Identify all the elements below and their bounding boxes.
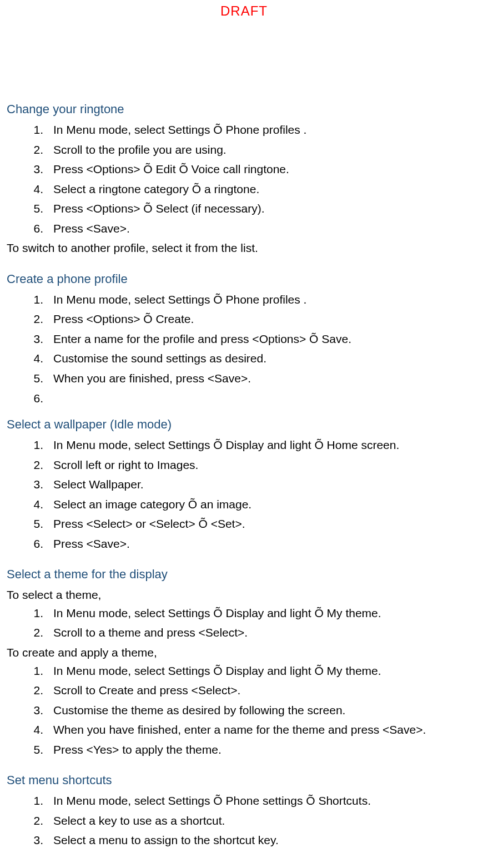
- draft-watermark: DRAFT: [0, 0, 488, 19]
- list-item: 2.Scroll to a theme and press <Select>.: [7, 624, 481, 642]
- list-item: 1.In Menu mode, select Settings Õ Phone …: [7, 121, 481, 139]
- list-item-text: In Menu mode, select Settings Õ Display …: [53, 438, 399, 451]
- paragraph-switch-profile: To switch to another profile, select it …: [7, 239, 481, 258]
- list-item: 5.Press <Yes> to apply the theme.: [7, 741, 481, 759]
- list-item: 4.When you have finished, enter a name f…: [7, 721, 481, 739]
- document-body: Change your ringtone 1.In Menu mode, sel…: [0, 19, 488, 868]
- list-item: 4.Select an image category Õ an image.: [7, 496, 481, 514]
- list-item: 6.Press <Save>.: [7, 220, 481, 238]
- list-item-text: Select a menu to assign to the shortcut …: [53, 834, 279, 846]
- list-item-text: When you have finished, enter a name for…: [53, 723, 426, 736]
- list-item: 2.Press <Options> Õ Create.: [7, 310, 481, 329]
- list-item-text: In Menu mode, select Settings Õ Phone pr…: [53, 123, 306, 136]
- list-item-text: Select a ringtone category Õ a ringtone.: [53, 183, 259, 195]
- paragraph-select-theme-intro-b: To create and apply a theme,: [7, 644, 481, 662]
- list-item: 2.Scroll left or right to Images.: [7, 456, 481, 475]
- list-item-text: Press <Options> Õ Edit Õ Voice call ring…: [53, 163, 289, 175]
- list-item: 1.In Menu mode, select Settings Õ Phone …: [7, 792, 481, 810]
- list-item-text: Customise the theme as desired by follow…: [53, 704, 345, 716]
- list-item-text: Press <Save>.: [53, 222, 130, 235]
- list-item-text: Press <Select> or <Select> Õ <Set>.: [53, 517, 245, 530]
- list-item-text: When you are finished, press <Save>.: [53, 372, 251, 385]
- list-item: 1.In Menu mode, select Settings Õ Phone …: [7, 291, 481, 309]
- list-item: 1.In Menu mode, select Settings Õ Displa…: [7, 662, 481, 680]
- list-set-shortcuts: 1.In Menu mode, select Settings Õ Phone …: [7, 792, 481, 850]
- list-item: 5.Press <Options> Õ Select (if necessary…: [7, 200, 481, 218]
- heading-select-theme: Select a theme for the display: [7, 567, 481, 582]
- list-item: 2.Scroll to Create and press <Select>.: [7, 682, 481, 700]
- list-item: 5.When you are finished, press <Save>.: [7, 370, 481, 388]
- list-item: 2.Scroll to the profile you are using.: [7, 141, 481, 159]
- heading-change-ringtone: Change your ringtone: [7, 102, 481, 117]
- list-item-text: Enter a name for the profile and press <…: [53, 332, 351, 345]
- list-item: 1.In Menu mode, select Settings Õ Displa…: [7, 436, 481, 455]
- list-item: 6.Press <Save>.: [7, 535, 481, 553]
- list-item: 3.Select Wallpaper.: [7, 476, 481, 494]
- list-item: 3.Enter a name for the profile and press…: [7, 330, 481, 349]
- list-item-text: Customise the sound settings as desired.: [53, 352, 266, 365]
- list-select-wallpaper: 1.In Menu mode, select Settings Õ Displa…: [7, 436, 481, 553]
- list-item-text: Select an image category Õ an image.: [53, 498, 251, 511]
- list-select-theme-b: 1.In Menu mode, select Settings Õ Displa…: [7, 662, 481, 759]
- list-item-text: Scroll to Create and press <Select>.: [53, 684, 240, 697]
- list-item-text: Scroll left or right to Images.: [53, 458, 198, 471]
- list-item-text: In Menu mode, select Settings Õ Phone pr…: [53, 293, 306, 306]
- list-item: 2.Select a key to use as a shortcut.: [7, 812, 481, 830]
- list-item-text: Select a key to use as a shortcut.: [53, 814, 225, 827]
- list-item: 5.Press <Select> or <Select> Õ <Set>.: [7, 515, 481, 533]
- list-item-text: Press <Options> Õ Create.: [53, 312, 194, 325]
- heading-create-profile: Create a phone profile: [7, 272, 481, 286]
- list-change-ringtone: 1.In Menu mode, select Settings Õ Phone …: [7, 121, 481, 238]
- list-item: 1.In Menu mode, select Settings Õ Displa…: [7, 604, 481, 623]
- list-item: 4.Select a ringtone category Õ a rington…: [7, 180, 481, 199]
- heading-select-wallpaper: Select a wallpaper (Idle mode): [7, 417, 481, 432]
- list-item: 3.Select a menu to assign to the shortcu…: [7, 831, 481, 850]
- list-item-text: Press <Save>.: [53, 537, 130, 550]
- list-item-text: Press <Yes> to apply the theme.: [53, 743, 222, 756]
- list-item: 6.: [7, 390, 481, 408]
- list-item: 4.Customise the sound settings as desire…: [7, 350, 481, 368]
- list-item-text: Scroll to a theme and press <Select>.: [53, 626, 248, 639]
- list-create-profile: 1.In Menu mode, select Settings Õ Phone …: [7, 291, 481, 407]
- list-item-text: In Menu mode, select Settings Õ Display …: [53, 607, 381, 619]
- list-select-theme-a: 1.In Menu mode, select Settings Õ Displa…: [7, 604, 481, 642]
- list-item-text: Scroll to the profile you are using.: [53, 143, 227, 156]
- paragraph-select-theme-intro-a: To select a theme,: [7, 586, 481, 604]
- heading-set-shortcuts: Set menu shortcuts: [7, 773, 481, 788]
- list-item-text: Select Wallpaper.: [53, 478, 144, 491]
- list-item-text: In Menu mode, select Settings Õ Phone se…: [53, 794, 371, 807]
- list-item-text: In Menu mode, select Settings Õ Display …: [53, 664, 381, 677]
- list-item: 3.Press <Options> Õ Edit Õ Voice call ri…: [7, 160, 481, 179]
- list-item-text: Press <Options> Õ Select (if necessary).: [53, 202, 264, 215]
- list-item: 3.Customise the theme as desired by foll…: [7, 702, 481, 720]
